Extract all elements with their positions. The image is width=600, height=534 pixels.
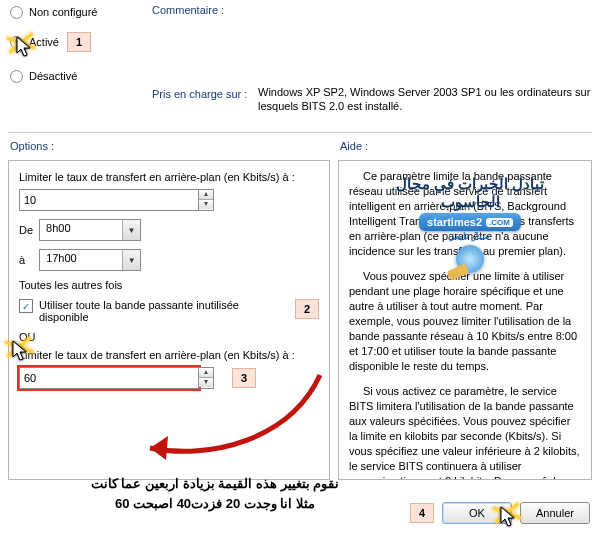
help-paragraph: Ce paramètre limite la bande passante ré… [349,169,581,259]
rate-2-input[interactable] [19,367,199,389]
badge-2: 2 [295,299,319,319]
comment-label: Commentaire : [152,4,224,16]
radio-enabled[interactable]: Activé 1 [10,32,590,52]
or-label: OU [19,331,319,343]
radio-label: Non configuré [29,6,98,18]
spin-up-icon[interactable]: ▲ [199,190,213,199]
rate-1-input[interactable] [19,189,199,211]
spin-down-icon[interactable]: ▼ [199,199,213,209]
radio-disabled[interactable]: Désactivé [10,66,590,86]
rate-2-spinner[interactable]: ▲▼ [19,367,214,389]
options-pane: Limiter le taux de transfert en arrière-… [8,160,330,480]
spin-down-icon[interactable]: ▼ [199,377,213,387]
radio-icon [10,6,23,19]
spinner-buttons[interactable]: ▲▼ [199,367,214,389]
badge-4: 4 [410,503,434,523]
annotation-line: مثلا انا وجدت 20 فزدت40 اصبحت 60 [45,494,385,514]
rate-1-spinner[interactable]: ▲▼ [19,189,214,211]
supported-on-label: Pris en charge sur : [152,88,247,100]
help-paragraph: Vous pouvez spécifier une limite à utili… [349,269,581,374]
limit-rate-label-2: Limiter le taux de transfert en arrière-… [19,349,319,361]
to-time-value: 17h00 [40,250,122,270]
supported-on-text: Windows XP SP2, Windows Server 2003 SP1 … [258,85,592,113]
annotation-line: نقوم بتغيير هذه القيمة بزيادة اربعين عما… [45,474,385,494]
badge-3: 3 [232,368,256,388]
spin-up-icon[interactable]: ▲ [199,368,213,377]
spinner-buttons[interactable]: ▲▼ [199,189,214,211]
to-time-combo[interactable]: 17h00 ▼ [39,249,141,271]
radio-label: Désactivé [29,70,77,82]
help-paragraph: Si vous activez ce paramètre, le service… [349,384,581,480]
radio-icon [10,70,23,83]
from-label: De [19,224,33,236]
options-header: Options : [0,140,330,152]
radio-not-configured[interactable]: Non configuré [10,2,590,22]
help-header: Aide : [330,140,600,152]
chevron-down-icon: ▼ [122,220,140,240]
radio-icon [10,36,23,49]
use-all-bandwidth-label: Utiliser toute la bande passante inutili… [39,299,281,323]
radio-label: Activé [29,36,59,48]
from-time-value: 8h00 [40,220,122,240]
chevron-down-icon: ▼ [122,250,140,270]
annotation-text: نقوم بتغيير هذه القيمة بزيادة اربعين عما… [45,474,385,514]
to-label: à [19,254,25,266]
use-all-bandwidth-checkbox[interactable]: ✓ [19,299,33,313]
badge-1: 1 [67,32,91,52]
help-pane: Ce paramètre limite la bande passante ré… [338,160,592,480]
from-time-combo[interactable]: 8h00 ▼ [39,219,141,241]
other-times-label: Toutes les autres fois [19,279,319,291]
cancel-button[interactable]: Annuler [520,502,590,524]
ok-button[interactable]: OK [442,502,512,524]
limit-rate-label-1: Limiter le taux de transfert en arrière-… [19,171,319,183]
